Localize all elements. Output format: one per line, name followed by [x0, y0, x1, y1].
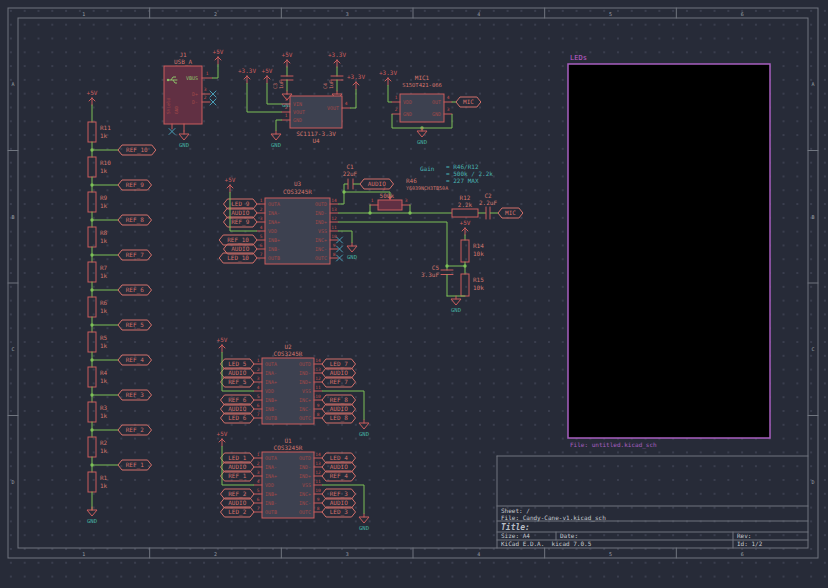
power-symbol-+3.3V[interactable]: +3.3V	[328, 51, 346, 67]
resistor-R5[interactable]: R51k	[88, 332, 108, 352]
ref-des: R7	[100, 264, 108, 271]
gnd-symbol[interactable]: GND	[359, 514, 369, 531]
opamp-U2[interactable]: U2COS3245R1OUTALED_514OUTDLED_72INA-AUDI…	[217, 336, 369, 437]
net-label-REF_9[interactable]: REF_9	[118, 180, 152, 190]
pin-name: OUTB	[265, 415, 277, 421]
pin-number: 11	[315, 385, 321, 390]
pin-number: 10	[315, 488, 321, 493]
value: 1uF	[328, 80, 334, 89]
net-label-MIC[interactable]: MIC	[498, 208, 523, 218]
net-label-REF_2[interactable]: REF_2	[118, 425, 152, 435]
value: 500k	[380, 192, 395, 199]
resistor-R7[interactable]: R71k	[88, 262, 108, 282]
reference-ladder[interactable]: +5VR111kREF_10R101kREF_9R91kREF_8R81kREF…	[87, 89, 156, 524]
value: 2.2k	[458, 201, 473, 208]
power-symbol-+5V[interactable]: +5V	[87, 89, 98, 105]
gnd-symbol[interactable]: GND	[271, 131, 281, 148]
net-label-REF_3[interactable]: REF_3	[118, 390, 152, 400]
pin-name: INA+	[268, 219, 280, 225]
gnd-label: GND	[87, 518, 97, 524]
pin-number: 2	[285, 105, 288, 110]
resistor-R9[interactable]: R91k	[88, 192, 108, 212]
usb-connector-J1[interactable]: J1USB_AVBUSD+D-132ShieldGNDGND+5V	[164, 48, 224, 148]
frame-column-label: 3	[346, 551, 349, 557]
gnd-symbol[interactable]: GND	[359, 420, 369, 437]
hierarchical-sheet-LEDs[interactable]: LEDsFile: untitled.kicad_sch	[568, 54, 770, 449]
net-label-REF_1[interactable]: REF_1	[118, 460, 152, 470]
power-symbol-+3.3V[interactable]: +3.3V	[379, 69, 397, 85]
mic-amp-stage[interactable]: C122uFAUDIO123R46Y6039NCH3TB50A500kR122.…	[338, 163, 523, 313]
pin-number: 3	[447, 107, 450, 112]
ref-des: U4	[312, 137, 320, 144]
gnd-symbol[interactable]: GND	[87, 507, 97, 524]
net-label-REF_8[interactable]: REF_8	[118, 215, 152, 225]
resistor-R10[interactable]: R101k	[88, 157, 111, 177]
pin-name: INA-	[265, 370, 277, 376]
net-label-text: LED_10	[227, 254, 249, 262]
pin-number: 1	[395, 95, 398, 100]
net-label-text: REF_6	[126, 286, 144, 294]
resistor-R15[interactable]: R1510k	[461, 274, 484, 296]
opamp-U3[interactable]: U3COS3245R1OUTALED_914OUTD2INA-AUDIO13IN…	[219, 176, 357, 264]
net-label-REF_7[interactable]: REF_7	[118, 250, 152, 260]
resistor-R1[interactable]: R11k	[88, 472, 108, 492]
net-label-text: REF_9	[126, 181, 144, 189]
schematic-svg[interactable]: 112233445566AABBCCDDSheet: /File: Candy-…	[0, 0, 828, 588]
resistor-R6[interactable]: R61k	[88, 297, 108, 317]
net-label-REF_5[interactable]: REF_5	[118, 320, 152, 330]
net-label-text: REF_4	[126, 356, 144, 364]
pin-number: 1	[257, 452, 260, 457]
opamp-U1[interactable]: U1COS3245R1OUTALED_114OUTDLED_42INA-AUDI…	[217, 430, 369, 531]
microphone-MIC1[interactable]: +3.3V1243VDDGNDOUTGNDGNDMICMIC1S15OT421-…	[379, 69, 481, 145]
no-connect-icon	[210, 91, 216, 97]
power-symbol-+5V[interactable]: +5V	[262, 67, 273, 83]
value: 1k	[100, 447, 108, 454]
power-symbol-+3.3V[interactable]: +3.3V	[347, 73, 365, 89]
resistor-R2[interactable]: R21k	[88, 437, 108, 457]
frame-column-label: 3	[346, 11, 349, 17]
ref-des: MIC1	[415, 74, 430, 81]
power-symbol-+5V[interactable]: +5V	[213, 48, 224, 64]
value: 1k	[100, 342, 108, 349]
gnd-symbol[interactable]: GND	[347, 243, 357, 260]
value: 1k	[100, 272, 108, 279]
resistor-R3[interactable]: R31k	[88, 402, 108, 422]
net-label-text: LED_2	[228, 508, 246, 516]
frame-row-label: C	[11, 346, 14, 352]
resistor-R11[interactable]: R111k	[88, 122, 111, 142]
gnd-symbol[interactable]: GND	[417, 128, 427, 145]
net-label-MIC[interactable]: MIC	[456, 97, 481, 107]
pin-number: 9	[333, 243, 336, 248]
frame-column-label: 4	[477, 11, 480, 17]
net-label-text: AUDIO	[231, 245, 249, 252]
power-symbol-+5V[interactable]: +5V	[217, 336, 228, 352]
ref-des: R10	[100, 159, 111, 166]
ref-des: R46	[406, 177, 417, 184]
gnd-symbol[interactable]: GND	[179, 131, 189, 148]
frame-column-label: 1	[82, 551, 85, 557]
pin-name: OUTA	[265, 455, 277, 461]
pin-name: IND-	[299, 464, 311, 470]
gnd-symbol[interactable]: GND	[451, 296, 461, 313]
ref-des: U1	[284, 437, 292, 444]
resistor-R12[interactable]: R122.2k	[452, 194, 478, 217]
power-symbol-+3.3V[interactable]: +3.3V	[238, 67, 256, 83]
power-symbol-+5V[interactable]: +5V	[225, 176, 236, 192]
net-label-REF_4[interactable]: REF_4	[118, 355, 152, 365]
schematic-canvas[interactable]: 112233445566AABBCCDDSheet: /File: Candy-…	[0, 0, 828, 588]
power-symbol-+5V[interactable]: +5V	[217, 430, 228, 446]
power-symbol-+5V[interactable]: +5V	[460, 219, 471, 235]
resistor-R8[interactable]: R81k	[88, 227, 108, 247]
net-label-REF_6[interactable]: REF_6	[118, 285, 152, 295]
net-label-text: REF_8	[126, 216, 144, 224]
frame-column-label: 2	[214, 551, 217, 557]
pin-number: 5	[257, 488, 260, 493]
value: 1k	[100, 167, 108, 174]
regulator-U4[interactable]: +3.3V+5V3VIN2VOUT1GND4VOUTGND+3.3VSC1117…	[238, 67, 365, 148]
net-label-REF_10[interactable]: REF_10	[118, 145, 156, 155]
value: 1k	[100, 412, 108, 419]
net-label-AUDIO[interactable]: AUDIO	[360, 179, 394, 189]
resistor-R4[interactable]: R41k	[88, 367, 108, 387]
power-symbol-+5V[interactable]: +5V	[282, 51, 293, 67]
resistor-R14[interactable]: R1410k	[461, 240, 484, 262]
